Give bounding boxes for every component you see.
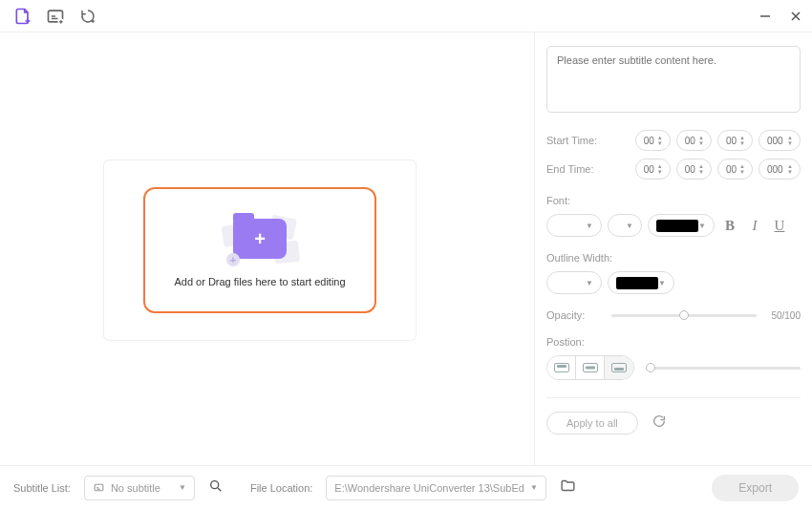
position-slider[interactable] — [646, 367, 801, 370]
apply-to-all-button[interactable]: Apply to all — [546, 412, 638, 435]
position-middle-button[interactable] — [576, 356, 605, 379]
font-color-select[interactable]: ▼ — [648, 214, 715, 237]
tab-add-file-icon[interactable] — [13, 7, 32, 26]
end-time-label: End Time: — [546, 163, 613, 175]
dropzone-text: Add or Drag files here to start editing — [174, 276, 345, 287]
titlebar-tabs — [8, 7, 97, 26]
outline-label: Outline Width: — [546, 252, 801, 264]
reset-icon[interactable] — [652, 414, 667, 433]
subtitle-list-select[interactable]: No subtitle ▼ — [84, 476, 195, 500]
subtitle-content-input[interactable] — [546, 46, 801, 113]
file-location-select[interactable]: E:\Wondershare UniConverter 13\SubEd ▼ — [326, 476, 545, 500]
opacity-value: 50/100 — [764, 310, 801, 321]
titlebar — [0, 0, 812, 32]
position-bottom-button[interactable] — [605, 356, 633, 379]
outline-color-select[interactable]: ▼ — [608, 271, 674, 294]
opacity-label: Opacity: — [546, 309, 604, 321]
subtitle-icon — [93, 481, 105, 494]
preview-pane: + + Add or Drag files here to start edit… — [0, 32, 535, 465]
apply-row: Apply to all — [546, 412, 801, 435]
outline-width-select[interactable]: ▼ — [546, 271, 602, 294]
start-ss-stepper[interactable]: 00▲▼ — [717, 130, 753, 151]
end-ss-stepper[interactable]: 00▲▼ — [717, 159, 753, 180]
opacity-row: Opacity: 50/100 — [546, 309, 801, 321]
preview-card: + + Add or Drag files here to start edit… — [103, 159, 417, 341]
font-controls-row: ▼ ▼ ▼ B I U — [546, 214, 801, 237]
italic-button[interactable]: I — [745, 216, 764, 235]
svg-rect-2 — [95, 484, 103, 491]
main: + + Add or Drag files here to start edit… — [0, 32, 812, 465]
outline-controls-row: ▼ ▼ — [546, 271, 801, 294]
font-label: Font: — [546, 195, 801, 206]
end-mm-stepper[interactable]: 00▲▼ — [676, 159, 712, 180]
start-time-row: Start Time: 00▲▼ 00▲▼ 00▲▼ 000▲▼ — [546, 130, 801, 151]
end-ms-stepper[interactable]: 000▲▼ — [759, 159, 801, 180]
svg-point-3 — [211, 480, 219, 488]
dropzone-folder-icon: + + — [230, 213, 289, 265]
search-icon[interactable] — [208, 478, 224, 498]
font-color-swatch — [656, 220, 698, 232]
dropzone[interactable]: + + Add or Drag files here to start edit… — [143, 187, 376, 313]
export-button[interactable]: Export — [712, 475, 799, 501]
bold-button[interactable]: B — [720, 216, 739, 235]
window-controls — [757, 8, 804, 25]
start-hh-stepper[interactable]: 00▲▼ — [635, 130, 671, 151]
end-hh-stepper[interactable]: 00▲▼ — [635, 159, 671, 180]
close-button[interactable] — [787, 8, 804, 25]
position-label: Postion: — [546, 336, 801, 348]
start-ms-stepper[interactable]: 000▲▼ — [759, 130, 801, 151]
subtitle-list-label: Subtitle List: — [13, 482, 71, 494]
start-mm-stepper[interactable]: 00▲▼ — [676, 130, 712, 151]
file-location-label: File Location: — [250, 482, 312, 494]
font-size-select[interactable]: ▼ — [608, 214, 642, 237]
position-segment — [546, 355, 634, 380]
position-controls — [546, 355, 801, 380]
divider — [546, 397, 801, 398]
opacity-slider[interactable] — [611, 314, 757, 317]
footer: Subtitle List: No subtitle ▼ File Locati… — [0, 465, 812, 509]
controls-pane: Start Time: 00▲▼ 00▲▼ 00▲▼ 000▲▼ End Tim… — [535, 32, 812, 465]
minimize-button[interactable] — [757, 8, 774, 25]
font-family-select[interactable]: ▼ — [546, 214, 602, 237]
open-folder-icon[interactable] — [560, 477, 576, 498]
start-time-label: Start Time: — [546, 135, 613, 146]
end-time-row: End Time: 00▲▼ 00▲▼ 00▲▼ 000▲▼ — [546, 159, 801, 180]
tab-restore-icon[interactable] — [78, 7, 97, 26]
underline-button[interactable]: U — [770, 216, 789, 235]
tab-add-subtitle-icon[interactable] — [46, 7, 65, 26]
position-top-button[interactable] — [547, 356, 576, 379]
outline-color-swatch — [616, 277, 658, 289]
